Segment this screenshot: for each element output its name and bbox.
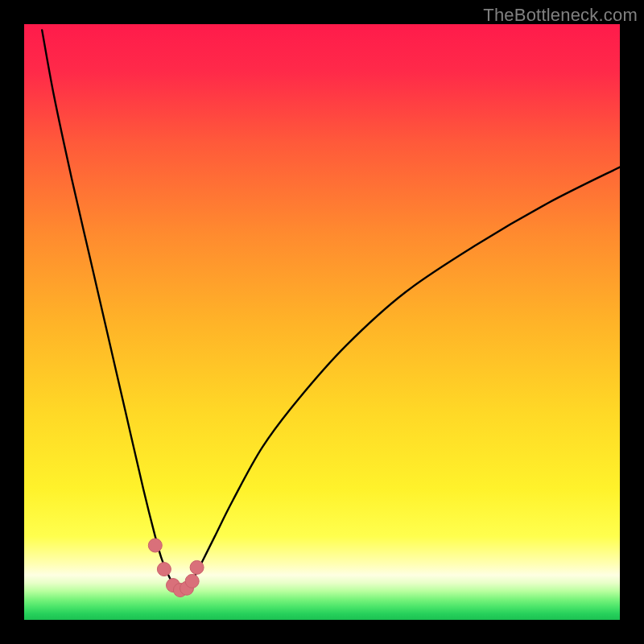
watermark-text: TheBottleneck.com [483,5,638,26]
curve-marker [190,560,204,574]
chart-frame [24,24,620,620]
gradient-background [24,24,620,620]
chart-svg [24,24,620,620]
curve-marker [185,574,199,588]
curve-marker [148,539,162,552]
curve-marker [157,563,171,576]
